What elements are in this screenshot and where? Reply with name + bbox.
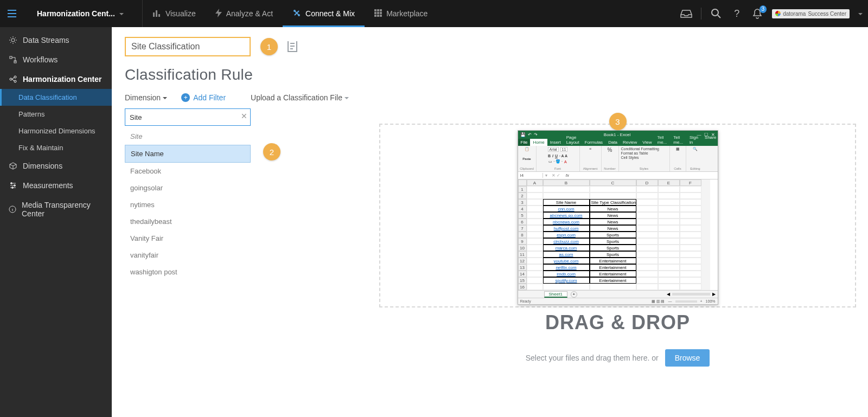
browse-button[interactable]: Browse [665, 349, 710, 367]
step-marker-2: 2 [263, 143, 280, 161]
dropdown-option-goingsolar[interactable]: goingsolar [125, 179, 251, 196]
excel-save-icon: 💾 [520, 132, 526, 137]
sidebar-item-label: Dimensions [23, 162, 62, 170]
cube-icon [9, 162, 17, 170]
excel-paste-label: Paste [522, 157, 531, 161]
inbox-icon[interactable] [680, 8, 692, 20]
sidebar-item-label: Harmonization Center [23, 75, 101, 84]
dimension-dropdown-trigger[interactable]: Dimension [125, 93, 167, 102]
excel-tellme: Tell me... [654, 134, 669, 146]
excel-col-f: F [680, 179, 701, 186]
svg-point-18 [10, 78, 12, 80]
add-filter-label: Add Filter [193, 93, 226, 102]
sidebar-sub-harmonized-dimensions[interactable]: Harmonized Dimensions [0, 123, 112, 139]
sidebar-item-data-streams[interactable]: Data Streams [0, 30, 112, 50]
dimension-label: Dimension [125, 93, 161, 102]
success-center-button[interactable]: datorama Success Center [772, 9, 850, 18]
excel-font-name: Arial [548, 147, 559, 152]
sidebar-item-media-transparency[interactable]: Media Transparency Center [0, 195, 112, 223]
sidebar-item-dimensions[interactable]: Dimensions [0, 156, 112, 176]
drag-drop-hint: Select your files and drag them here. or [526, 354, 659, 362]
excel-active-cell: I4 [518, 173, 543, 178]
excel-status-ready: Ready [520, 299, 531, 303]
sidebar-item-harmonization-center[interactable]: Harmonization Center [0, 69, 112, 89]
excel-group-styles: Styles [640, 167, 648, 170]
dropdown-option-vanityfair[interactable]: vanityfair [125, 247, 251, 264]
notification-count-badge: 3 [760, 5, 767, 13]
upload-classification-dropdown[interactable]: Upload a Classification File [251, 93, 349, 102]
svg-rect-0 [153, 12, 155, 17]
grid-icon [374, 9, 382, 18]
chevron-down-icon [163, 93, 167, 102]
sidebar-item-measurements[interactable]: Measurements [0, 176, 112, 195]
plus-circle-icon: + [181, 93, 190, 102]
excel-group-font: Font [554, 167, 561, 170]
tab-visualize[interactable]: Visualize [143, 0, 206, 27]
svg-point-21 [11, 183, 12, 184]
document-icon[interactable] [288, 41, 297, 52]
dropdown-option-site-name[interactable]: Site Name 2 [125, 145, 251, 163]
clear-search-icon[interactable]: ✕ [241, 112, 247, 120]
upload-label: Upload a Classification File [251, 93, 342, 102]
svg-point-20 [14, 80, 16, 82]
excel-tab-file: File [518, 139, 531, 146]
dimension-dropdown-list: Site Site Name 2 Facebook goingsolar nyt… [125, 128, 251, 280]
dimension-search-input[interactable] [125, 108, 251, 126]
svg-point-14 [712, 9, 718, 16]
dropdown-option-nytimes[interactable]: nytimes [125, 196, 251, 213]
excel-preview-image: 💾 ↶ ↷ Book1 - Excel — ☐ ✕ File H [518, 130, 718, 305]
dropdown-option-facebook[interactable]: Facebook [125, 163, 251, 179]
svg-point-23 [12, 187, 14, 189]
dropdown-option-vanity-fair[interactable]: Vanity Fair [125, 230, 251, 247]
rule-name-input[interactable] [125, 37, 251, 56]
step-marker-1: 1 [260, 38, 278, 55]
notifications-icon[interactable]: 3 [751, 8, 763, 20]
tab-label: Connect & Mix [305, 9, 355, 18]
dropdown-option-washington-post[interactable]: washigton post [125, 264, 251, 280]
primary-nav-tabs: Visualize Analyze & Act Connect & Mix Ma… [142, 0, 437, 27]
sidebar-item-label: Workflows [23, 55, 58, 64]
tab-marketplace[interactable]: Marketplace [365, 0, 437, 27]
excel-col-d: D [636, 179, 658, 186]
tab-connect-mix[interactable]: Connect & Mix [283, 0, 365, 27]
drag-drop-heading: DRAG & DROP [386, 311, 850, 334]
excel-percent-icon: % [608, 147, 612, 153]
bolt-icon [215, 9, 222, 19]
svg-rect-11 [374, 15, 376, 17]
excel-signin: Sign in [687, 134, 701, 146]
help-icon[interactable]: ? [731, 8, 743, 20]
file-drop-zone[interactable]: 3 💾 ↶ ↷ Book1 - Excel — ☐ ✕ [379, 124, 856, 307]
svg-point-3 [293, 10, 296, 12]
success-center-brand: datorama [783, 11, 806, 17]
svg-rect-9 [377, 12, 379, 14]
svg-rect-12 [377, 15, 379, 17]
sidebar-sub-patterns[interactable]: Patterns [0, 106, 112, 123]
svg-rect-2 [158, 14, 160, 17]
sidebar-item-workflows[interactable]: Workflows [0, 50, 112, 69]
excel-cell-styles: Cell Styles [621, 156, 639, 159]
excel-window-title: Book1 - Excel [604, 132, 630, 137]
topbar-utilities: ? 3 datorama Success Center [680, 8, 863, 20]
step-marker-3: 3 [609, 113, 627, 130]
workspace-switcher[interactable]: Harmonization Cent... [29, 9, 131, 18]
add-filter-button[interactable]: + Add Filter [181, 93, 226, 102]
sidebar-sub-fix-maintain[interactable]: Fix & Maintain [0, 139, 112, 156]
excel-zoom-level: 100% [706, 299, 716, 303]
excel-sheet-tab: Sheet1 [544, 291, 567, 298]
excel-group-editing: Editing [690, 167, 700, 170]
tab-label: Marketplace [386, 9, 427, 18]
excel-conditional-formatting: Conditional Formatting [621, 147, 659, 151]
hamburger-menu-icon[interactable] [5, 10, 18, 17]
dropdown-option-thedailybeast[interactable]: thedailybeast [125, 213, 251, 230]
workflow-icon [9, 56, 17, 63]
excel-tellme-label: Tell me... [671, 134, 686, 146]
tab-analyze[interactable]: Analyze & Act [206, 0, 283, 27]
tab-label: Analyze & Act [226, 9, 273, 18]
chevron-down-icon[interactable] [858, 9, 863, 18]
info-icon [9, 206, 16, 213]
excel-col-e: E [658, 179, 680, 186]
sidebar-sub-data-classification[interactable]: Data Classification [0, 89, 112, 106]
search-icon[interactable] [710, 8, 722, 20]
svg-point-15 [11, 39, 15, 42]
svg-rect-13 [380, 15, 382, 17]
